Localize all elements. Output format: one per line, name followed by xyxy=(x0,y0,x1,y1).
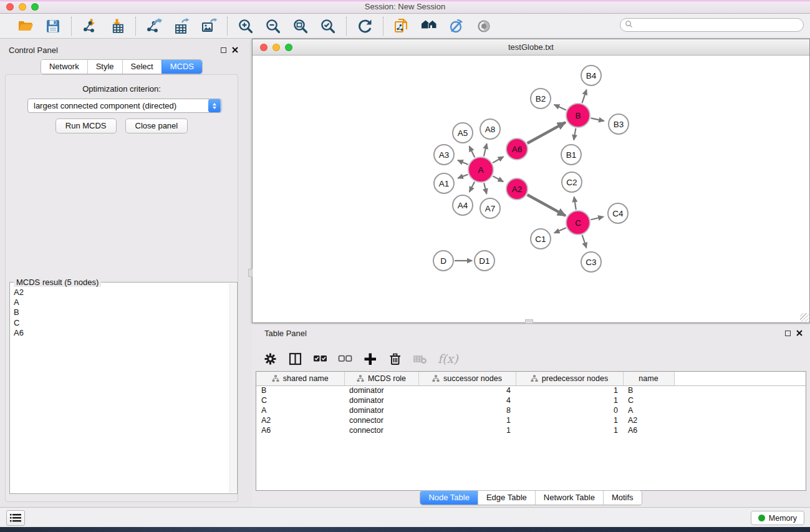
cell-predecessor-nodes[interactable]: 1 xyxy=(516,395,623,405)
graph-node-B1[interactable]: B1 xyxy=(561,145,581,165)
graph-edge-A-A7[interactable] xyxy=(484,183,486,193)
save-session-icon[interactable] xyxy=(44,17,62,35)
cell-successor-nodes[interactable]: 1 xyxy=(418,415,516,425)
column-header-MCDS-role[interactable]: MCDS role xyxy=(344,372,418,385)
cell-shared-name[interactable]: A xyxy=(256,405,344,415)
cell-MCDS-role[interactable]: dominator xyxy=(344,395,418,405)
graph-node-C2[interactable]: C2 xyxy=(562,172,582,192)
graph-node-D1[interactable]: D1 xyxy=(475,251,494,271)
import-network-icon[interactable] xyxy=(81,17,99,35)
cell-predecessor-nodes[interactable]: 0 xyxy=(516,405,623,415)
cell-shared-name[interactable]: C xyxy=(256,395,344,405)
graph-edge-B-B2[interactable] xyxy=(554,105,566,110)
graph-node-A[interactable]: A xyxy=(468,157,493,182)
tab-edge-table[interactable]: Edge Table xyxy=(478,491,535,505)
select-all-icon[interactable] xyxy=(313,352,327,366)
cell-name[interactable]: A6 xyxy=(623,425,674,435)
graph-edge-A6-B[interactable] xyxy=(528,122,566,143)
tab-motifs[interactable]: Motifs xyxy=(603,491,642,505)
table-row[interactable]: Bdominator41B xyxy=(256,385,806,395)
graph-edge-C-C3[interactable] xyxy=(582,235,587,248)
search-input[interactable] xyxy=(633,19,803,31)
close-panel-icon[interactable] xyxy=(232,44,238,56)
graph-node-C3[interactable]: C3 xyxy=(581,252,601,272)
graph-edge-C-C1[interactable] xyxy=(554,228,566,233)
cell-MCDS-role[interactable]: dominator xyxy=(344,385,418,395)
graph-edge-B-B4[interactable] xyxy=(582,90,587,103)
graph-node-B[interactable]: B xyxy=(566,104,590,127)
graph-edge-B-B3[interactable] xyxy=(591,118,604,121)
cell-MCDS-role[interactable]: connector xyxy=(344,415,418,425)
graph-edge-A-A5[interactable] xyxy=(470,147,475,158)
close-table-panel-icon[interactable] xyxy=(796,327,803,339)
tab-network-table[interactable]: Network Table xyxy=(535,491,603,505)
zoom-fit-icon[interactable] xyxy=(292,17,309,35)
graph-edge-A2-C[interactable] xyxy=(528,195,566,216)
cell-successor-nodes[interactable]: 8 xyxy=(418,405,516,415)
graph-edge-A-A3[interactable] xyxy=(458,160,468,165)
cell-name[interactable]: A xyxy=(623,405,674,415)
cell-shared-name[interactable]: B xyxy=(256,385,344,395)
graph-edge-B-B1[interactable] xyxy=(574,128,576,140)
result-item[interactable]: A xyxy=(14,297,237,307)
result-item[interactable]: C xyxy=(14,318,237,328)
import-table-icon[interactable] xyxy=(108,17,126,35)
vertical-splitter-handle[interactable] xyxy=(248,269,253,277)
settings-icon[interactable] xyxy=(263,352,277,366)
search-field[interactable] xyxy=(620,18,804,32)
graph-edge-A-A6[interactable] xyxy=(493,157,503,163)
cell-shared-name[interactable]: A2 xyxy=(256,415,344,425)
deselect-all-icon[interactable] xyxy=(338,352,352,366)
cell-successor-nodes[interactable]: 4 xyxy=(418,395,516,405)
table-row[interactable]: A6connector11A6 xyxy=(256,425,806,435)
home-icon[interactable] xyxy=(420,17,438,35)
graph-node-A7[interactable]: A7 xyxy=(480,198,500,218)
graph-edge-C-C2[interactable] xyxy=(574,197,576,210)
network-canvas[interactable]: AA6A2BCA5A8A3A1A4A7B2B4B3B1C2C4C1C3DD1 xyxy=(253,56,809,322)
graph-node-C4[interactable]: C4 xyxy=(608,203,628,223)
tab-network[interactable]: Network xyxy=(41,60,87,74)
column-header-predecessor-nodes[interactable]: predecessor nodes xyxy=(516,372,623,385)
tab-node-table[interactable]: Node Table xyxy=(420,491,478,505)
task-history-button[interactable] xyxy=(6,510,25,526)
result-item[interactable]: A2 xyxy=(14,288,237,297)
network-window-titlebar[interactable]: testGlobe.txt xyxy=(253,39,809,56)
tab-style[interactable]: Style xyxy=(87,60,122,74)
open-session-icon[interactable] xyxy=(17,17,34,35)
graphics-details-icon[interactable] xyxy=(448,17,465,35)
result-scrollbar[interactable] xyxy=(229,283,236,493)
graph-node-A1[interactable]: A1 xyxy=(434,173,454,193)
delete-column-icon[interactable] xyxy=(388,352,402,366)
eye-icon[interactable] xyxy=(475,17,493,35)
graph-node-B2[interactable]: B2 xyxy=(531,89,551,109)
table-row[interactable]: Adominator80A xyxy=(256,405,806,415)
mcds-result-list[interactable]: A2ABCA6 xyxy=(10,283,237,493)
run-mcds-button[interactable]: Run MCDS xyxy=(55,118,117,133)
graph-node-C[interactable]: C xyxy=(566,211,590,235)
export-image-icon[interactable] xyxy=(200,17,218,35)
graph-node-A3[interactable]: A3 xyxy=(434,145,454,165)
table-row[interactable]: A2connector11A2 xyxy=(256,415,806,425)
cell-name[interactable]: B xyxy=(623,385,674,395)
graph-node-B3[interactable]: B3 xyxy=(609,114,629,134)
horizontal-splitter-handle[interactable] xyxy=(525,319,533,324)
graph-node-A2[interactable]: A2 xyxy=(506,178,528,200)
graph-edge-A-A8[interactable] xyxy=(484,143,487,156)
show-columns-icon[interactable] xyxy=(288,352,302,366)
zoom-selected-icon[interactable] xyxy=(319,17,337,35)
graph-edge-A-A1[interactable] xyxy=(458,175,468,178)
zoom-in-icon[interactable] xyxy=(237,17,254,35)
cell-name[interactable]: A2 xyxy=(623,415,674,425)
column-header-name[interactable]: name xyxy=(623,372,674,385)
cell-successor-nodes[interactable]: 1 xyxy=(418,425,516,435)
add-column-icon[interactable] xyxy=(363,352,377,366)
cell-shared-name[interactable]: A6 xyxy=(256,425,344,435)
float-table-panel-icon[interactable] xyxy=(785,331,791,336)
cell-MCDS-role[interactable]: connector xyxy=(344,425,418,435)
refresh-icon[interactable] xyxy=(356,17,374,35)
graph-node-A5[interactable]: A5 xyxy=(453,123,473,143)
clone-network-icon[interactable] xyxy=(393,17,410,35)
cell-MCDS-role[interactable]: dominator xyxy=(344,405,418,415)
cell-predecessor-nodes[interactable]: 1 xyxy=(516,415,623,425)
close-panel-button[interactable]: Close panel xyxy=(125,118,188,133)
